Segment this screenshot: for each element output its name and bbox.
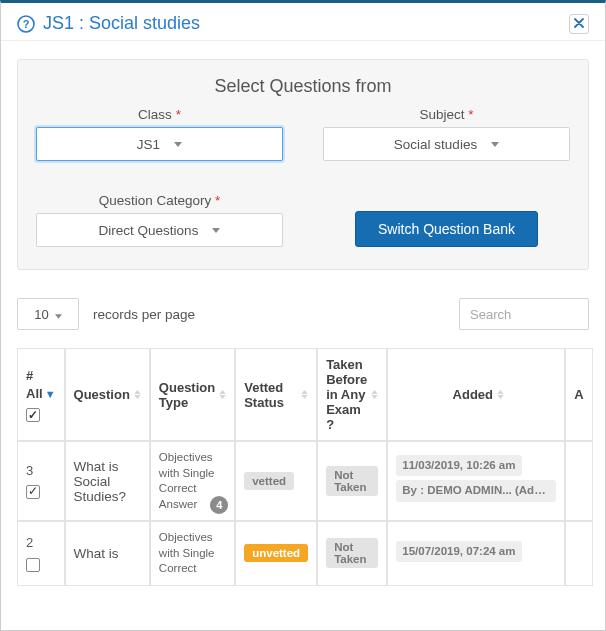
page-size-value: 10 bbox=[34, 307, 48, 322]
added-cell: 11/03/2019, 10:26 amBy : DEMO ADMIN... (… bbox=[387, 441, 565, 521]
subject-select[interactable]: Social studies bbox=[323, 127, 570, 161]
col-taken[interactable]: Taken Before in Any Exam ? bbox=[317, 348, 387, 441]
col-qtype[interactable]: Question Type bbox=[150, 348, 235, 441]
category-select-value: Direct Questions bbox=[99, 223, 199, 238]
sort-icon bbox=[497, 390, 504, 399]
row-checkbox[interactable] bbox=[26, 485, 40, 499]
table-row: 3What is Social Studies?Objectives with … bbox=[17, 441, 593, 521]
modal-header: ? JS1 : Social studies bbox=[1, 3, 605, 41]
vetted-cell: unvetted bbox=[235, 521, 317, 586]
category-label: Question Category * bbox=[36, 193, 283, 208]
col-added[interactable]: Added bbox=[387, 348, 565, 441]
chevron-down-icon bbox=[212, 228, 220, 233]
row-index-cell: 3 bbox=[17, 441, 65, 521]
vetted-cell: vetted bbox=[235, 441, 317, 521]
search-input[interactable] bbox=[459, 298, 589, 330]
filter-panel-title: Select Questions from bbox=[36, 76, 570, 97]
question-cell[interactable]: What is bbox=[65, 521, 150, 586]
filter-panel: Select Questions from Class * JS1 Subjec… bbox=[17, 59, 589, 270]
chevron-down-icon bbox=[174, 142, 182, 147]
sort-icon bbox=[301, 390, 308, 399]
taken-badge: Not Taken bbox=[326, 538, 378, 568]
added-date: 15/07/2019, 07:24 am bbox=[396, 541, 521, 562]
close-button[interactable] bbox=[569, 14, 589, 34]
chevron-down-icon bbox=[491, 142, 499, 147]
chevron-down-icon bbox=[55, 307, 62, 322]
row-checkbox[interactable] bbox=[26, 558, 40, 572]
taken-cell: Not Taken bbox=[317, 521, 387, 586]
col-vetted[interactable]: Vetted Status bbox=[235, 348, 317, 441]
col-question[interactable]: Question bbox=[65, 348, 150, 441]
class-select[interactable]: JS1 bbox=[36, 127, 283, 161]
modal-title: JS1 : Social studies bbox=[43, 13, 200, 34]
switch-question-bank-button[interactable]: Switch Question Bank bbox=[355, 211, 538, 247]
sort-icon bbox=[371, 390, 378, 399]
question-cell[interactable]: What is Social Studies? bbox=[65, 441, 150, 521]
table-row: 2What isObjectives with Single Correctun… bbox=[17, 521, 593, 586]
subject-label: Subject * bbox=[323, 107, 570, 122]
taken-cell: Not Taken bbox=[317, 441, 387, 521]
row-index-cell: 2 bbox=[17, 521, 65, 586]
col-extra[interactable]: A bbox=[565, 348, 592, 441]
svg-text:?: ? bbox=[23, 18, 30, 30]
question-type-cell: Objectives with Single Correct bbox=[150, 521, 235, 586]
help-icon[interactable]: ? bbox=[17, 15, 35, 33]
vetted-badge: vetted bbox=[244, 472, 294, 490]
select-all-checkbox[interactable] bbox=[26, 408, 40, 422]
page-size-select[interactable]: 10 bbox=[17, 298, 79, 330]
extra-cell bbox=[565, 441, 592, 521]
added-date: 11/03/2019, 10:26 am bbox=[396, 455, 521, 476]
category-select[interactable]: Direct Questions bbox=[36, 213, 283, 247]
questions-table: # All▼ Question Question Type Ve bbox=[17, 348, 593, 586]
page-size-label: records per page bbox=[93, 307, 195, 322]
col-idx[interactable]: # All▼ bbox=[17, 348, 65, 441]
sort-indicator-icon: ▼ bbox=[45, 388, 56, 400]
sort-icon bbox=[219, 390, 226, 399]
added-cell: 15/07/2019, 07:24 am bbox=[387, 521, 565, 586]
extra-cell bbox=[565, 521, 592, 586]
sort-icon bbox=[134, 390, 141, 399]
subject-select-value: Social studies bbox=[394, 137, 477, 152]
added-by: By : DEMO ADMIN... (Admin ) bbox=[396, 480, 556, 501]
class-label: Class * bbox=[36, 107, 283, 122]
question-type-cell: Objectives with Single Correct Answer4 bbox=[150, 441, 235, 521]
class-select-value: JS1 bbox=[137, 137, 160, 152]
answer-count-badge: 4 bbox=[210, 496, 228, 514]
vetted-badge: unvetted bbox=[244, 544, 308, 562]
taken-badge: Not Taken bbox=[326, 466, 378, 496]
